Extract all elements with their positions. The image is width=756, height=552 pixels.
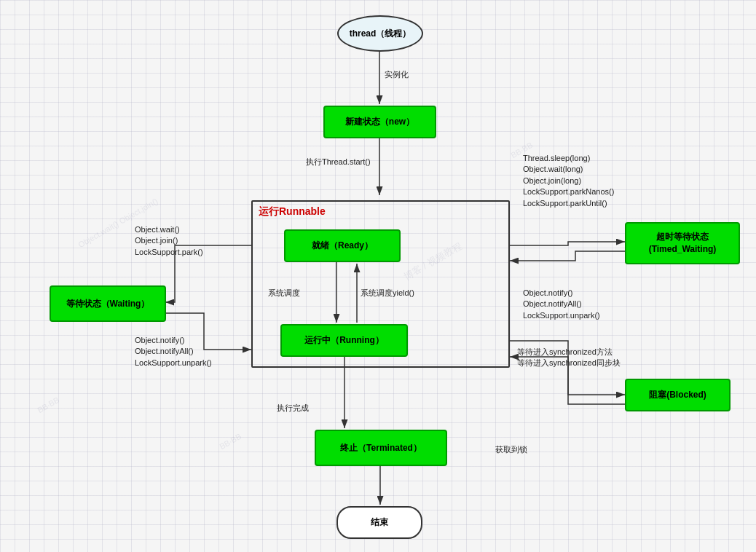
label-complete: 执行完成 [277, 403, 309, 414]
label-get-lock: 获取到锁 [495, 444, 527, 455]
label-notify-waiting: Object.notify()Object.notifyAll()LockSup… [135, 335, 212, 368]
label-start: 执行Thread.start() [306, 157, 371, 167]
node-terminated: 终止（Terminated） [315, 430, 447, 466]
label-sleep-calls: Thread.sleep(long)Object.wait(long)Objec… [523, 153, 614, 209]
label-instantiate: 实例化 [385, 69, 409, 80]
label-wait-calls: Object.wait()Object.join()LockSupport.pa… [135, 224, 203, 258]
node-ready: 就绪（Ready） [284, 229, 401, 262]
runnable-label: 运行Runnable [259, 205, 326, 218]
node-blocked: 阻塞(Blocked) [625, 379, 731, 411]
node-timed-waiting: 超时等待状态 (Timed_Waiting) [625, 222, 740, 264]
node-end: 结束 [336, 506, 422, 539]
node-running: 运行中（Running） [280, 324, 408, 357]
node-new: 新建状态（new） [323, 106, 436, 138]
diagram-canvas: Object.wait() Object.join() 博客 / 视频教程 BB… [0, 0, 756, 552]
label-sync-wait: 等待进入synchronized方法等待进入synchronized同步块 [517, 347, 621, 369]
label-notify-timed: Object.notify()Object.notifyAll()LockSup… [523, 288, 600, 321]
node-thread: thread（线程） [337, 15, 423, 52]
node-waiting: 等待状态（Waiting） [50, 285, 166, 322]
